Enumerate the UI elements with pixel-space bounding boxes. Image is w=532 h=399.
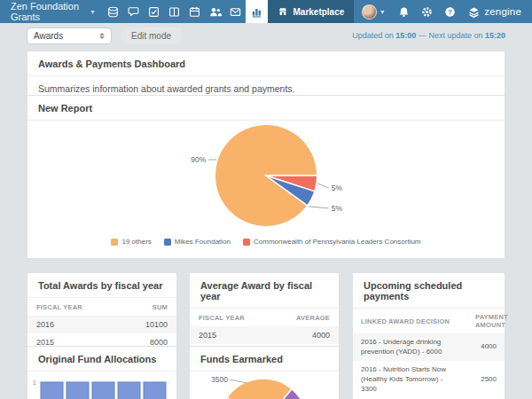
nav-mail-tab[interactable] — [225, 0, 246, 23]
pie-label-90: 90% — [191, 155, 206, 164]
caret-down-icon: ▾ — [90, 8, 94, 16]
cell-payment-amount: 4000 — [467, 333, 505, 362]
dashboard-title: Awards & Payments Dashboard — [27, 51, 505, 76]
legend-item: Mikes Foundation — [164, 238, 231, 246]
nav-reports-tab[interactable] — [246, 0, 268, 23]
pie-label-5-red: 5% — [332, 184, 343, 192]
report-select[interactable]: Awards — [27, 27, 112, 44]
pie-leader-line — [230, 379, 246, 383]
fund-allocations-panel: Original Fund Allocations 1 — [27, 346, 177, 399]
legend-item: Commonwealth of Pennsylvania Leaders Con… — [243, 238, 421, 246]
bar-chart-icon — [251, 6, 262, 18]
report-select-value: Awards — [34, 31, 63, 41]
nav-tasks-tab[interactable] — [144, 0, 164, 23]
upcoming-payments-panel: Upcoming scheduled payments Linked award… — [352, 272, 505, 399]
help-button[interactable]: ? — [438, 0, 461, 23]
fund-allocations-bar-chart: 1 — [27, 373, 176, 399]
cell-fiscal-year: 2015 — [190, 326, 272, 344]
edit-mode-button[interactable]: Edit mode — [121, 27, 181, 44]
cell-payment-amount: 2500 — [467, 361, 505, 398]
total-awards-table: Fiscal year Sum 2016 10100 2015 8000 — [27, 298, 176, 351]
bar — [66, 382, 89, 399]
average-award-title: Average Award by fiscal year — [190, 273, 339, 309]
new-report-panel: New Report 90% 5% 5% 19 others Mikes Fou… — [27, 95, 505, 259]
nav-data-tab[interactable] — [103, 0, 123, 23]
zengine-logo-text: zengine — [484, 6, 521, 17]
funds-earmarked-pie-chart: 3500 3300 — [190, 373, 339, 399]
caret-down-icon: ▾ — [380, 8, 384, 16]
pie-legend: 19 others Mikes Foundation Commonwealth … — [27, 238, 505, 246]
bar-series — [41, 382, 166, 399]
update-status: Updated on 15:00 — Next update on 15:20 — [352, 31, 505, 40]
upcoming-payments-table: Linked award decision Payment amount 201… — [353, 309, 505, 399]
total-awards-title: Total Awards by fiscal year — [27, 273, 176, 298]
next-update-time: 15:20 — [485, 31, 505, 40]
workspace-name: Zen Foundation Grants — [11, 1, 86, 22]
column-header: Sum — [119, 298, 176, 316]
help-icon: ? — [444, 6, 456, 18]
bar — [118, 382, 140, 399]
zengine-logo-icon — [468, 6, 480, 18]
report-toolbar: Awards Edit mode Updated on 15:00 — Next… — [0, 23, 532, 50]
fund-allocations-title: Original Fund Allocations — [27, 347, 176, 372]
column-header: Fiscal year — [190, 309, 272, 326]
nav-forms-tab[interactable] — [164, 0, 184, 23]
legend-label: Commonwealth of Pennsylvania Leaders Con… — [254, 238, 421, 246]
column-header: Linked award decision — [353, 309, 467, 333]
cell-sum: 10100 — [119, 316, 176, 333]
cell-award-decision: 2016 - Nutrition Starts Now (Healthy Kid… — [353, 361, 467, 398]
gear-icon — [421, 6, 433, 18]
svg-text:?: ? — [448, 8, 452, 16]
awards-pie-chart: 90% 5% 5% — [27, 121, 505, 236]
column-header: Average — [272, 309, 339, 326]
legend-label: 19 others — [121, 238, 151, 246]
table-row: 2016 - Nutrition Starts Now (Healthy Kid… — [353, 361, 505, 398]
y-axis-tick: 1 — [33, 379, 37, 387]
bar — [41, 382, 63, 399]
check-square-icon — [148, 6, 160, 18]
total-awards-panel: Total Awards by fiscal year Fiscal year … — [27, 272, 177, 352]
legend-swatch — [111, 239, 118, 246]
marketplace-label: Marketplace — [293, 7, 344, 17]
upcoming-payments-title: Upcoming scheduled payments — [353, 273, 505, 309]
legend-swatch — [243, 239, 250, 246]
legend-item: 19 others — [111, 238, 151, 246]
table-row: 2015 4000 — [190, 326, 339, 344]
column-header: Payment amount — [467, 309, 505, 333]
legend-label: Mikes Foundation — [175, 238, 231, 246]
cell-fiscal-year: 2016 — [27, 316, 119, 333]
comments-icon — [128, 6, 139, 18]
marketplace-button[interactable]: Marketplace — [268, 0, 354, 23]
nav-activity-tab[interactable] — [123, 0, 144, 23]
new-report-chart: 90% 5% 5% — [27, 121, 505, 236]
cell-award-decision: 2016 - Underage drinking prevention (YAD… — [353, 333, 467, 362]
legend-swatch — [164, 239, 171, 246]
database-icon — [107, 6, 119, 18]
bar — [144, 382, 166, 399]
top-navbar: Zen Foundation Grants ▾ — [0, 0, 532, 23]
funds-earmarked-panel: Funds Earmarked 3500 3300 — [189, 346, 340, 399]
pie-leader-line — [309, 207, 329, 208]
workspace-switcher[interactable]: Zen Foundation Grants ▾ — [0, 0, 103, 23]
columns-icon — [168, 6, 180, 18]
updated-prefix: Updated on — [352, 31, 394, 40]
nav-people-tab[interactable] — [205, 0, 225, 23]
column-header: Fiscal year — [27, 298, 119, 316]
pie-label-3500: 3500 — [211, 375, 228, 384]
user-menu[interactable]: ▾ — [354, 4, 392, 20]
notifications-button[interactable] — [392, 0, 415, 23]
avatar — [362, 4, 377, 20]
new-report-title: New Report — [27, 96, 505, 121]
envelope-icon — [230, 6, 241, 18]
select-caret-icon — [99, 33, 105, 39]
users-icon — [209, 6, 222, 18]
nav-calendar-tab[interactable] — [184, 0, 205, 23]
table-row: 2016 - Underage drinking prevention (YAD… — [353, 333, 505, 362]
pie-leader-line — [317, 184, 329, 188]
cell-average: 4000 — [272, 326, 339, 344]
navbar-right: Marketplace ▾ ? — [268, 0, 532, 23]
settings-button[interactable] — [415, 0, 438, 23]
pie-slice-orange — [227, 379, 292, 399]
bar — [92, 382, 114, 399]
calendar-icon — [189, 6, 200, 18]
